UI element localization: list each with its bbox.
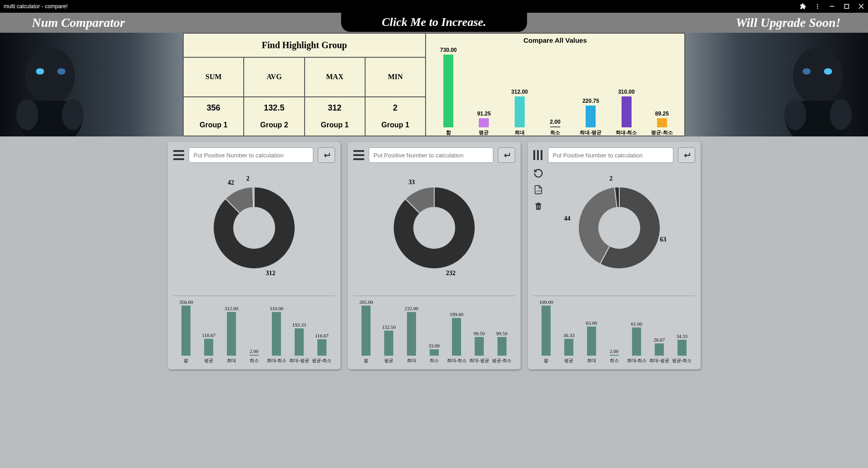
refresh-icon[interactable] bbox=[533, 168, 543, 178]
stat-bar: 34.33 평균-최소 bbox=[671, 296, 693, 364]
compare-bar: 312.00 최대 bbox=[502, 47, 537, 136]
header-avg: AVG bbox=[244, 58, 305, 96]
stat-bar: 61.00 최대-최소 bbox=[625, 296, 648, 364]
maximize-icon[interactable] bbox=[843, 3, 850, 10]
group-card-2: 23233 265.00 합132.50 평균232.00 최대33.00 최소… bbox=[348, 142, 521, 369]
group-card-3: CSV 63442 109.00 합36.33 평균63.00 최대2.00 최… bbox=[528, 142, 701, 369]
highlight-table: Find Highlight Group SUM AVG MAX MIN 356… bbox=[183, 33, 426, 136]
svg-rect-4 bbox=[845, 5, 849, 9]
bar-chart-2: 265.00 합132.50 평균232.00 최대33.00 최소199.00… bbox=[353, 296, 515, 364]
bar-chart-3: 109.00 합36.33 평균63.00 최대2.00 최소61.00 최대-… bbox=[533, 296, 695, 364]
number-input-1[interactable] bbox=[189, 147, 313, 163]
stat-bar: 310.00 최대-최소 bbox=[265, 296, 288, 364]
svg-text:CSV: CSV bbox=[536, 190, 542, 192]
svg-point-8 bbox=[36, 68, 44, 75]
group-card-1: 312422 356.00 합118.67 평균312.00 최대2.00 최소… bbox=[168, 142, 341, 369]
stat-bar: 356.00 합 bbox=[175, 296, 198, 364]
cell-min: 2Group 1 bbox=[366, 97, 425, 136]
donut-chart-2: 23233 bbox=[380, 173, 489, 282]
header-sum: SUM bbox=[184, 58, 244, 96]
menu-icon[interactable] bbox=[173, 150, 184, 160]
main-area: 312422 356.00 합118.67 평균312.00 최대2.00 최소… bbox=[0, 136, 868, 468]
enter-button-1[interactable] bbox=[318, 147, 335, 163]
svg-point-11 bbox=[62, 99, 84, 130]
stat-bar: 99.50 평균-최소 bbox=[491, 296, 513, 364]
stat-bar: 118.67 평균 bbox=[197, 296, 220, 364]
stat-bar: 232.00 최대 bbox=[400, 296, 423, 364]
extension-icon[interactable] bbox=[800, 3, 806, 10]
stat-bar: 99.50 최대-평균 bbox=[468, 296, 491, 364]
svg-point-9 bbox=[57, 68, 65, 75]
window-titlebar: multi calculator - compare! bbox=[0, 0, 868, 13]
svg-point-1 bbox=[817, 6, 818, 7]
upgrade-text: Will Upgrade Soon! bbox=[736, 15, 841, 30]
enter-button-2[interactable] bbox=[498, 147, 515, 163]
window-title: multi calculator - compare! bbox=[4, 3, 68, 10]
compare-chart-box: Compare All Values 730.00 합91.25 평균312.0… bbox=[426, 33, 685, 136]
stat-bar: 33.00 최소 bbox=[423, 296, 446, 364]
trash-icon[interactable] bbox=[533, 201, 543, 211]
svg-point-14 bbox=[803, 68, 811, 75]
stat-bar: 63.00 최대 bbox=[580, 296, 603, 364]
topbar: Num Comparator Click Me to Increase. Wil… bbox=[0, 13, 868, 33]
svg-rect-19 bbox=[539, 205, 539, 208]
stat-bar: 26.67 최대-평균 bbox=[648, 296, 671, 364]
more-icon[interactable] bbox=[814, 3, 821, 10]
stat-bar: 265.00 합 bbox=[355, 296, 378, 364]
compare-title: Compare All Values bbox=[426, 34, 684, 47]
svg-point-15 bbox=[830, 99, 852, 130]
stat-bar: 2.00 최소 bbox=[243, 296, 266, 364]
menu-icon[interactable] bbox=[353, 150, 364, 160]
stat-bar: 116.67 평균-최소 bbox=[311, 296, 333, 364]
compare-bar: 2.00 최소 bbox=[537, 47, 573, 136]
donut-chart-1: 312422 bbox=[200, 173, 309, 282]
cell-max: 312Group 1 bbox=[305, 97, 366, 136]
compare-bar: 220.75 최대-평균 bbox=[573, 47, 608, 136]
robot-left-image bbox=[0, 33, 100, 136]
csv-export-icon[interactable]: CSV bbox=[533, 185, 543, 195]
stat-bar: 36.33 평균 bbox=[557, 296, 580, 364]
hero-section: Find Highlight Group SUM AVG MAX MIN 356… bbox=[0, 33, 868, 136]
robot-right-image bbox=[768, 33, 868, 136]
number-input-2[interactable] bbox=[369, 147, 493, 163]
stat-bar: 193.33 최대-평균 bbox=[288, 296, 311, 364]
header-max: MAX bbox=[305, 58, 366, 96]
bar-chart-1: 356.00 합118.67 평균312.00 최대2.00 최소310.00 … bbox=[173, 296, 335, 364]
stat-bar: 199.00 최대-최소 bbox=[445, 296, 468, 364]
number-input-3[interactable] bbox=[548, 147, 673, 163]
stat-bar: 2.00 최소 bbox=[603, 296, 626, 364]
donut-chart-3: 63442 bbox=[565, 173, 674, 282]
stat-bar: 132.50 평균 bbox=[377, 296, 400, 364]
compare-bar: 730.00 합 bbox=[431, 47, 466, 136]
stat-bar: 109.00 합 bbox=[535, 296, 558, 364]
enter-button-3[interactable] bbox=[678, 147, 695, 163]
app-title: Num Comparator bbox=[0, 15, 125, 30]
compare-bar: 91.25 평균 bbox=[466, 47, 502, 136]
click-increase-button[interactable]: Click Me to Increase. bbox=[341, 13, 527, 32]
column-menu-icon[interactable] bbox=[533, 150, 543, 160]
compare-bar: 310.00 최대-최소 bbox=[608, 47, 644, 136]
svg-rect-18 bbox=[537, 205, 537, 208]
svg-point-13 bbox=[824, 68, 832, 75]
svg-point-12 bbox=[793, 48, 843, 104]
close-icon[interactable] bbox=[858, 3, 864, 10]
svg-point-10 bbox=[16, 99, 38, 130]
stat-bar: 312.00 최대 bbox=[220, 296, 243, 364]
cell-sum: 356Group 1 bbox=[184, 97, 244, 136]
header-min: MIN bbox=[366, 58, 425, 96]
compare-bar: 89.25 평균-최소 bbox=[644, 47, 680, 136]
svg-point-7 bbox=[25, 48, 75, 104]
svg-point-2 bbox=[817, 8, 818, 9]
compare-chart: 730.00 합91.25 평균312.00 최대2.00 최소220.75 최… bbox=[426, 47, 684, 136]
cell-avg: 132.5Group 2 bbox=[244, 97, 305, 136]
highlight-title: Find Highlight Group bbox=[184, 34, 425, 58]
minimize-icon[interactable] bbox=[829, 3, 835, 10]
svg-point-0 bbox=[817, 4, 818, 5]
svg-point-16 bbox=[784, 99, 806, 130]
